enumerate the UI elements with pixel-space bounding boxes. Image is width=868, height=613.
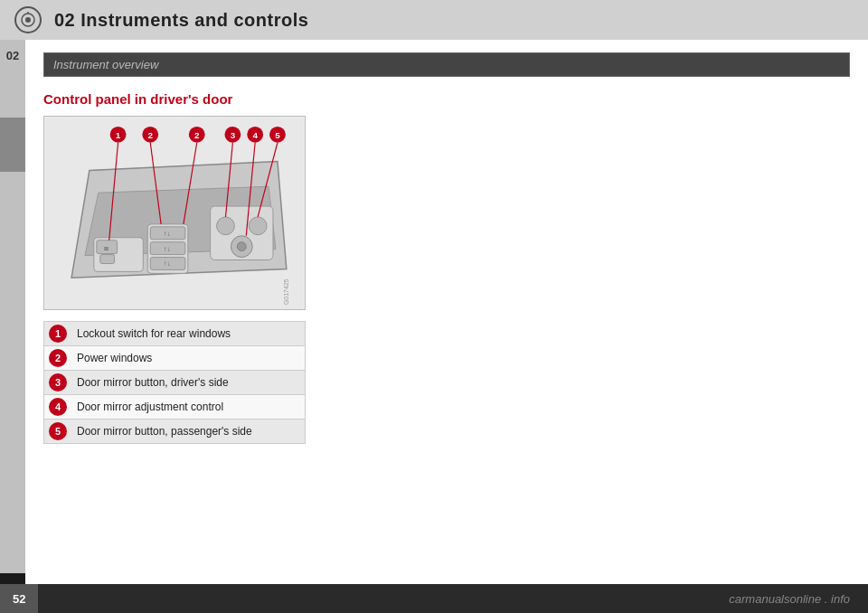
svg-text:↑↓: ↑↓ xyxy=(164,230,171,238)
page-title: 02 Instruments and controls xyxy=(54,10,308,31)
svg-text:⊠: ⊠ xyxy=(104,246,108,251)
legend-text-4: Door mirror adjustment control xyxy=(71,397,229,417)
panel-image: ⊠ ↑↓ ↑↓ ↑↓ xyxy=(43,116,306,310)
legend-text-3: Door mirror button, driver's side xyxy=(71,373,234,392)
legend-text-1: Lockout switch for rear windows xyxy=(71,324,236,344)
svg-text:5: 5 xyxy=(275,130,280,140)
legend-text-5: Door mirror button, passenger's side xyxy=(71,421,258,441)
svg-text:1: 1 xyxy=(116,130,121,140)
legend-row-3: 3 Door mirror button, driver's side xyxy=(43,370,306,394)
legend-num-3: 3 xyxy=(44,371,71,394)
overview-banner: Instrument overview xyxy=(43,52,850,77)
svg-point-19 xyxy=(237,242,246,251)
legend-row-5: 5 Door mirror button, passenger's side xyxy=(43,419,306,444)
page-number: 52 xyxy=(0,584,38,613)
legend-num-4: 4 xyxy=(44,395,71,419)
chapter-tab-highlight xyxy=(0,118,25,172)
legend-num-2: 2 xyxy=(44,346,71,370)
legend-table: 1 Lockout switch for rear windows 2 Powe… xyxy=(43,321,306,444)
svg-point-16 xyxy=(217,217,235,235)
legend-text-2: Power windows xyxy=(71,348,157,368)
svg-text:↑↓: ↑↓ xyxy=(164,245,171,253)
svg-point-17 xyxy=(249,217,267,235)
left-column: ⊠ ↑↓ ↑↓ ↑↓ xyxy=(43,116,351,444)
svg-rect-7 xyxy=(100,255,115,264)
page-header: 02 Instruments and controls xyxy=(0,0,868,40)
content-layout: ⊠ ↑↓ ↑↓ ↑↓ xyxy=(43,116,850,444)
bottom-watermark: carmanualsonline . info xyxy=(729,592,850,606)
chapter-icon xyxy=(14,6,42,33)
main-content: Instrument overview Control panel in dri… xyxy=(25,40,868,584)
svg-text:2: 2 xyxy=(194,130,200,140)
svg-point-1 xyxy=(25,17,31,23)
bottom-bar: 52 carmanualsonline . info xyxy=(0,584,868,613)
chapter-number: 02 xyxy=(6,49,19,62)
svg-text:2: 2 xyxy=(147,130,153,140)
svg-text:4: 4 xyxy=(252,130,258,140)
legend-row-1: 1 Lockout switch for rear windows xyxy=(43,321,306,345)
banner-text: Instrument overview xyxy=(53,58,158,71)
legend-num-5: 5 xyxy=(44,420,71,443)
svg-text:↑↓: ↑↓ xyxy=(164,259,171,268)
legend-num-1: 1 xyxy=(44,322,71,345)
svg-text:3: 3 xyxy=(231,130,236,140)
section-title: Control panel in driver's door xyxy=(43,91,850,107)
legend-row-4: 4 Door mirror adjustment control xyxy=(43,394,306,419)
svg-text:G017425: G017425 xyxy=(283,278,289,305)
legend-row-2: 2 Power windows xyxy=(43,345,306,370)
